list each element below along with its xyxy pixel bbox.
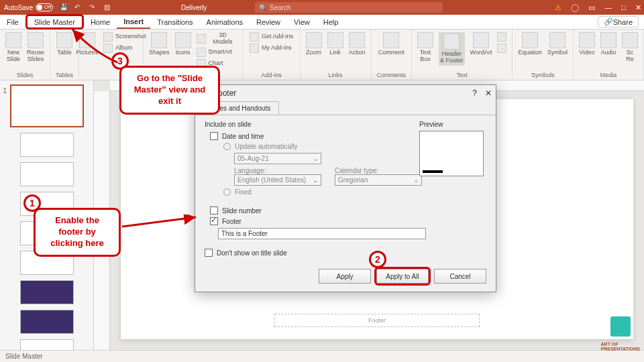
- footer-text-input[interactable]: This is a Footer: [218, 228, 426, 239]
- quick-access-toolbar: 💾 ↶ ↷ ▧: [60, 3, 112, 11]
- tab-home[interactable]: Home: [84, 15, 117, 29]
- ribbon-group-addins: Get Add-ins My Add-ins Add-ins: [243, 29, 300, 80]
- audio-button[interactable]: Audio: [600, 32, 616, 56]
- my-addins-icon: [250, 44, 259, 53]
- layout-thumbnail[interactable]: [20, 280, 74, 304]
- text-extra2-icon[interactable]: [497, 44, 506, 53]
- preview-slide: [419, 131, 484, 176]
- screenshot-icon: [103, 32, 113, 42]
- pictures-button[interactable]: Pictures: [76, 32, 99, 56]
- tab-animations[interactable]: Animations: [200, 15, 250, 29]
- new-slide-button[interactable]: New Slide: [5, 32, 21, 63]
- layout-thumbnail[interactable]: [20, 133, 74, 157]
- icons-icon: [175, 32, 191, 48]
- link-button[interactable]: Link: [327, 32, 343, 56]
- autosave-toggle[interactable]: AutoSave Off: [4, 3, 53, 11]
- language-combo[interactable]: English (United States): [234, 174, 321, 186]
- video-button[interactable]: Video: [579, 32, 595, 56]
- shapes-button[interactable]: Shapes: [149, 32, 170, 56]
- screen-rec-icon: [622, 32, 638, 48]
- dialog-help-icon[interactable]: ?: [472, 88, 477, 98]
- dont-show-checkbox[interactable]: [205, 249, 213, 257]
- update-auto-label: Update automatically: [235, 143, 297, 150]
- ribbon-group-text: Text Box Header & Footer WordArt Text: [412, 29, 513, 80]
- comment-button[interactable]: Comment: [378, 32, 405, 56]
- tab-review[interactable]: Review: [250, 15, 287, 29]
- footer-label: Footer: [222, 218, 241, 225]
- share-button[interactable]: 🔗 Share: [598, 16, 639, 27]
- minimize-icon[interactable]: —: [604, 3, 612, 12]
- cancel-button[interactable]: Cancel: [434, 269, 486, 284]
- tab-transitions[interactable]: Transitions: [150, 15, 199, 29]
- callout-number-2: 2: [369, 251, 386, 268]
- audio-icon: [600, 32, 616, 48]
- models-button[interactable]: 3D Models: [197, 32, 237, 46]
- teal-badge-icon: [610, 316, 631, 337]
- get-addins-button[interactable]: Get Add-ins: [250, 32, 293, 42]
- ribbon-group-symbols: Equation Symbol Symbols: [513, 29, 574, 80]
- icons-button[interactable]: Icons: [175, 32, 191, 56]
- layout-thumbnail[interactable]: [20, 339, 74, 350]
- layout-thumbnail[interactable]: [20, 310, 74, 334]
- reuse-slides-button[interactable]: Reuse Slides: [27, 32, 44, 63]
- date-time-checkbox[interactable]: [210, 132, 218, 140]
- fixed-radio[interactable]: [223, 188, 231, 196]
- screenshot-button[interactable]: Screenshot: [103, 32, 146, 42]
- autosave-label: AutoSave: [4, 4, 33, 11]
- dont-show-label: Don't show on title slide: [217, 249, 287, 257]
- save-icon[interactable]: 💾: [60, 3, 68, 11]
- dialog-body: Preview Include on slide Date and time U…: [195, 115, 496, 265]
- header-footer-button[interactable]: Header & Footer: [439, 32, 465, 66]
- dialog-close-icon[interactable]: ✕: [485, 88, 492, 98]
- update-auto-radio[interactable]: [223, 143, 231, 150]
- tab-file[interactable]: File: [0, 15, 25, 29]
- textbox-button[interactable]: Text Box: [417, 32, 433, 63]
- callout-3: Go to the "Slide Master" view and exit i…: [119, 66, 220, 115]
- screen-rec-button[interactable]: Sc Re: [622, 32, 638, 63]
- tab-insert[interactable]: Insert: [117, 15, 150, 29]
- warning-icon[interactable]: ⚠: [555, 3, 561, 12]
- album-button[interactable]: Album: [103, 44, 146, 53]
- redo-icon[interactable]: ↷: [89, 3, 97, 11]
- slide-number-checkbox[interactable]: [210, 206, 218, 215]
- action-button[interactable]: Action: [349, 32, 366, 56]
- text-extra-icon[interactable]: [497, 32, 506, 42]
- ribbon: New Slide Reuse Slides Slides Table Tabl…: [0, 29, 644, 80]
- account-icon[interactable]: ◯: [571, 3, 579, 12]
- symbol-button[interactable]: Symbol: [547, 32, 568, 56]
- date-combo[interactable]: 05-Aug-21: [234, 153, 321, 164]
- shapes-icon: [151, 32, 167, 48]
- status-bar: Slide Master: [0, 350, 644, 362]
- smartart-button[interactable]: SmartArt: [197, 48, 237, 57]
- textbox-icon: [417, 32, 433, 48]
- footer-placeholder[interactable]: Footer: [274, 314, 480, 327]
- close-icon[interactable]: ✕: [635, 3, 641, 12]
- callout-1: Enable the footer by clicking here: [34, 208, 121, 257]
- symbol-icon: [549, 32, 566, 48]
- status-text: Slide Master: [5, 353, 43, 360]
- equation-button[interactable]: Equation: [518, 32, 542, 56]
- equation-icon: [522, 32, 538, 48]
- layout-thumbnail[interactable]: [20, 162, 74, 186]
- toggle-switch[interactable]: Off: [36, 3, 53, 11]
- undo-icon[interactable]: ↶: [74, 3, 83, 11]
- maximize-icon[interactable]: □: [621, 3, 626, 12]
- tab-help[interactable]: Help: [317, 15, 345, 29]
- title-bar: AutoSave Off 💾 ↶ ↷ ▧ Deliverly 🔍 Search …: [0, 0, 644, 15]
- calendar-combo[interactable]: Gregorian: [335, 174, 422, 186]
- new-slide-icon: [5, 32, 21, 48]
- search-input[interactable]: 🔍 Search: [255, 2, 443, 13]
- dialog-titlebar: nd Footer ? ✕: [195, 85, 496, 101]
- tab-view[interactable]: View: [287, 15, 317, 29]
- apply-button[interactable]: Apply: [319, 269, 371, 284]
- ribbon-options-icon[interactable]: ▭: [588, 3, 595, 12]
- zoom-button[interactable]: Zoom: [306, 32, 322, 56]
- footer-checkbox[interactable]: [210, 217, 218, 225]
- wordart-button[interactable]: WordArt: [470, 32, 492, 56]
- slideshow-icon[interactable]: ▧: [104, 3, 112, 11]
- master-thumbnail[interactable]: 1: [10, 84, 84, 127]
- tab-slide-master[interactable]: Slide Master: [25, 14, 84, 29]
- apply-to-all-button[interactable]: Apply to All: [376, 269, 429, 284]
- my-addins-button[interactable]: My Add-ins: [250, 44, 293, 53]
- table-button[interactable]: Table: [56, 32, 72, 56]
